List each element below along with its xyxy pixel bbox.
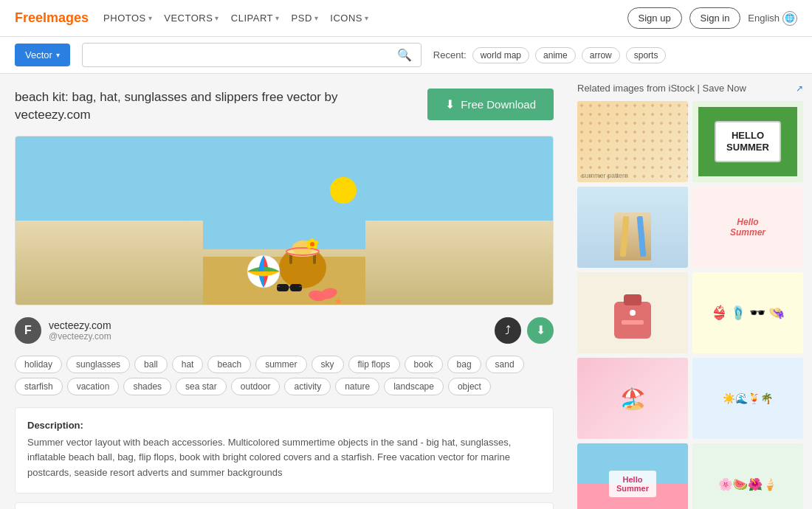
tag-bag[interactable]: bag	[447, 356, 481, 373]
related-image-2[interactable]: HELLOSUMMER	[692, 101, 803, 182]
recent-searches: Recent: world map anime arrow sports	[433, 47, 667, 63]
globe-icon: 🌐	[782, 11, 797, 26]
chevron-down-icon: ▾	[148, 14, 153, 22]
svg-rect-29	[624, 294, 641, 305]
page-title: beach kit: bag, hat, sunglasses and slip…	[15, 89, 391, 124]
sidebar-header-text: Related images from iStock | Save Now	[577, 83, 746, 94]
author-details: vecteezy.com @vecteezy.com	[49, 319, 111, 342]
header: FreeImages PHOTOS▾ VECTORS▾ CLIPART▾ PSD…	[0, 0, 812, 37]
tag-summer[interactable]: summer	[255, 356, 306, 373]
tag-sea-star[interactable]: sea star	[176, 378, 227, 395]
tag-flip-flops[interactable]: flip flops	[348, 356, 400, 373]
svg-rect-17	[299, 286, 302, 287]
nav-photos[interactable]: PHOTOS▾	[103, 13, 152, 24]
logo-images: Images	[43, 10, 89, 25]
nav-vectors[interactable]: VECTORS▾	[164, 13, 219, 24]
hello-summer-text-2: HelloSummer	[730, 217, 765, 238]
pool-icon: 🏖️	[620, 387, 646, 411]
chevron-down-icon: ▾	[215, 14, 219, 22]
sidebar-header-link[interactable]: ↗	[796, 83, 803, 94]
hat-icon-small: 👒	[768, 305, 785, 321]
beach-icon: 👙	[711, 305, 727, 321]
language-label: English	[748, 13, 780, 24]
sidebar: Related images from iStock | Save Now ↗ …	[568, 74, 812, 509]
related-image-10[interactable]: 🌸🍉🌺🍦	[692, 443, 803, 509]
related-image-5[interactable]	[577, 272, 688, 353]
nav-clipart[interactable]: CLIPART▾	[231, 13, 280, 24]
recent-tag-world-map[interactable]: world map	[472, 47, 529, 63]
recent-tag-sports[interactable]: sports	[626, 47, 667, 63]
signup-button[interactable]: Sign up	[627, 7, 682, 29]
main-layout: beach kit: bag, hat, sunglasses and slip…	[0, 74, 812, 509]
nav-icons[interactable]: ICONS▾	[330, 13, 368, 24]
related-image-3[interactable]	[577, 187, 688, 268]
content-area: beach kit: bag, hat, sunglasses and slip…	[0, 74, 568, 509]
svg-point-27	[310, 242, 314, 246]
tag-hat[interactable]: hat	[172, 356, 204, 373]
description-label: Description:	[27, 420, 541, 431]
tag-shades[interactable]: shades	[123, 378, 171, 395]
author-name[interactable]: vecteezy.com	[49, 319, 111, 331]
author-handle: @vecteezy.com	[49, 331, 111, 342]
quick-download-button[interactable]: ⬇	[527, 317, 554, 344]
tag-sky[interactable]: sky	[312, 356, 344, 373]
signin-button[interactable]: Sign in	[689, 7, 741, 29]
tag-vacation[interactable]: vacation	[67, 378, 120, 395]
sunglasses-icon-small: 🕶️	[749, 305, 765, 321]
author-info: F vecteezy.com @vecteezy.com	[15, 317, 111, 344]
hello-summer-text-3: HelloSummer	[616, 475, 649, 493]
search-icon[interactable]: 🔍	[397, 48, 412, 62]
tag-ball[interactable]: ball	[134, 356, 168, 373]
tag-object[interactable]: object	[448, 378, 491, 395]
search-input[interactable]	[92, 49, 397, 61]
nav-psd[interactable]: PSD▾	[292, 13, 319, 24]
preview-background	[16, 136, 553, 305]
tag-outdoor[interactable]: outdoor	[231, 378, 281, 395]
download-button[interactable]: ⬇ Free Download	[427, 89, 554, 120]
download-icon: ⬇	[536, 323, 546, 337]
chevron-down-icon: ▾	[365, 14, 369, 22]
vector-type-button[interactable]: Vector ▾	[15, 44, 70, 66]
svg-rect-30	[622, 320, 644, 325]
related-image-7[interactable]: 🏖️	[577, 358, 688, 439]
description-section: Description: Summer vector layout with b…	[15, 407, 554, 494]
svg-rect-14	[290, 284, 302, 291]
related-image-6[interactable]: 👙 🩴 🕶️ 👒	[692, 272, 803, 353]
related-image-4[interactable]: HelloSummer	[692, 187, 803, 268]
svg-rect-15	[289, 286, 290, 288]
svg-point-1	[330, 177, 357, 204]
download-icon: ⬇	[445, 97, 455, 111]
beach-scene-svg	[203, 172, 365, 305]
travel-bag-svg	[603, 280, 662, 346]
tag-activity[interactable]: activity	[284, 378, 331, 395]
file-details: File ID #N/A Downloads N/A Downloads Fil…	[15, 502, 554, 509]
tag-book[interactable]: book	[405, 356, 443, 373]
recent-tag-arrow[interactable]: arrow	[582, 47, 620, 63]
recent-tag-anime[interactable]: anime	[535, 47, 576, 63]
language-selector[interactable]: English 🌐	[748, 11, 797, 26]
tag-holiday[interactable]: holiday	[15, 356, 62, 373]
main-nav: PHOTOS▾ VECTORS▾ CLIPART▾ PSD▾ ICONS▾	[103, 13, 368, 24]
related-image-9[interactable]: HelloSummer	[577, 443, 688, 509]
tag-sunglasses[interactable]: sunglasses	[66, 356, 130, 373]
image-preview	[15, 136, 554, 305]
title-area: beach kit: bag, hat, sunglasses and slip…	[15, 89, 554, 124]
header-actions: Sign up Sign in English 🌐	[627, 7, 797, 29]
flip-flop-icon: 🩴	[730, 305, 746, 321]
tag-beach[interactable]: beach	[207, 356, 251, 373]
chevron-down-icon: ▾	[314, 14, 319, 22]
svg-point-31	[630, 310, 636, 316]
description-text: Summer vector layout with beach accessor…	[27, 435, 541, 481]
related-image-1[interactable]: summer pattern	[577, 101, 688, 182]
tags-container: holidaysunglassesballhatbeachsummerskyfl…	[15, 356, 554, 395]
share-button[interactable]: ⤴	[495, 317, 521, 344]
logo[interactable]: FreeImages	[15, 10, 89, 26]
share-icon: ⤴	[505, 324, 511, 337]
tag-landscape[interactable]: landscape	[384, 378, 444, 395]
tag-starfish[interactable]: starfish	[15, 378, 63, 395]
tag-nature[interactable]: nature	[335, 378, 379, 395]
tag-sand[interactable]: sand	[486, 356, 524, 373]
logo-free: Free	[15, 10, 43, 25]
related-image-8[interactable]: ☀️🌊🍹🌴	[692, 358, 803, 439]
search-bar: Vector ▾ 🔍 Recent: world map anime arrow…	[0, 37, 812, 74]
